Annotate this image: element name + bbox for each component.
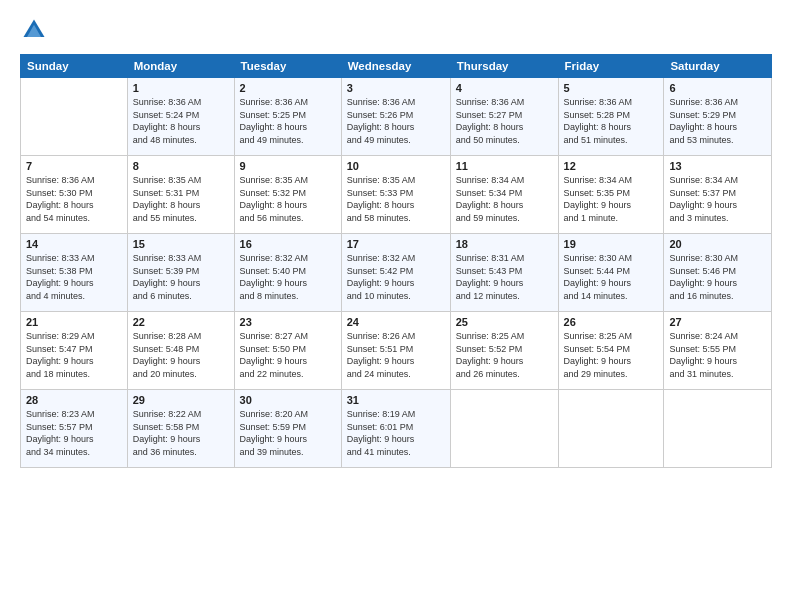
day-number: 19 — [564, 238, 659, 250]
day-cell: 14Sunrise: 8:33 AM Sunset: 5:38 PM Dayli… — [21, 234, 128, 312]
day-info: Sunrise: 8:35 AM Sunset: 5:33 PM Dayligh… — [347, 174, 445, 224]
week-row-2: 14Sunrise: 8:33 AM Sunset: 5:38 PM Dayli… — [21, 234, 772, 312]
day-info: Sunrise: 8:29 AM Sunset: 5:47 PM Dayligh… — [26, 330, 122, 380]
day-cell: 11Sunrise: 8:34 AM Sunset: 5:34 PM Dayli… — [450, 156, 558, 234]
day-cell: 12Sunrise: 8:34 AM Sunset: 5:35 PM Dayli… — [558, 156, 664, 234]
day-info: Sunrise: 8:22 AM Sunset: 5:58 PM Dayligh… — [133, 408, 229, 458]
day-info: Sunrise: 8:34 AM Sunset: 5:35 PM Dayligh… — [564, 174, 659, 224]
day-cell: 6Sunrise: 8:36 AM Sunset: 5:29 PM Daylig… — [664, 78, 772, 156]
week-row-4: 28Sunrise: 8:23 AM Sunset: 5:57 PM Dayli… — [21, 390, 772, 468]
day-info: Sunrise: 8:35 AM Sunset: 5:31 PM Dayligh… — [133, 174, 229, 224]
day-cell: 5Sunrise: 8:36 AM Sunset: 5:28 PM Daylig… — [558, 78, 664, 156]
day-info: Sunrise: 8:33 AM Sunset: 5:39 PM Dayligh… — [133, 252, 229, 302]
day-cell: 24Sunrise: 8:26 AM Sunset: 5:51 PM Dayli… — [341, 312, 450, 390]
day-info: Sunrise: 8:25 AM Sunset: 5:52 PM Dayligh… — [456, 330, 553, 380]
day-cell — [664, 390, 772, 468]
day-cell: 21Sunrise: 8:29 AM Sunset: 5:47 PM Dayli… — [21, 312, 128, 390]
day-cell: 19Sunrise: 8:30 AM Sunset: 5:44 PM Dayli… — [558, 234, 664, 312]
day-info: Sunrise: 8:19 AM Sunset: 6:01 PM Dayligh… — [347, 408, 445, 458]
day-info: Sunrise: 8:36 AM Sunset: 5:27 PM Dayligh… — [456, 96, 553, 146]
day-info: Sunrise: 8:31 AM Sunset: 5:43 PM Dayligh… — [456, 252, 553, 302]
day-cell: 2Sunrise: 8:36 AM Sunset: 5:25 PM Daylig… — [234, 78, 341, 156]
col-thursday: Thursday — [450, 55, 558, 78]
logo-icon — [20, 16, 48, 44]
day-number: 17 — [347, 238, 445, 250]
day-cell: 9Sunrise: 8:35 AM Sunset: 5:32 PM Daylig… — [234, 156, 341, 234]
col-tuesday: Tuesday — [234, 55, 341, 78]
day-number: 18 — [456, 238, 553, 250]
day-info: Sunrise: 8:36 AM Sunset: 5:30 PM Dayligh… — [26, 174, 122, 224]
day-number: 2 — [240, 82, 336, 94]
day-info: Sunrise: 8:36 AM Sunset: 5:26 PM Dayligh… — [347, 96, 445, 146]
day-cell — [450, 390, 558, 468]
day-number: 14 — [26, 238, 122, 250]
day-cell — [558, 390, 664, 468]
week-row-3: 21Sunrise: 8:29 AM Sunset: 5:47 PM Dayli… — [21, 312, 772, 390]
day-cell: 30Sunrise: 8:20 AM Sunset: 5:59 PM Dayli… — [234, 390, 341, 468]
day-number: 27 — [669, 316, 766, 328]
day-cell: 26Sunrise: 8:25 AM Sunset: 5:54 PM Dayli… — [558, 312, 664, 390]
day-number: 21 — [26, 316, 122, 328]
day-info: Sunrise: 8:30 AM Sunset: 5:46 PM Dayligh… — [669, 252, 766, 302]
day-cell: 3Sunrise: 8:36 AM Sunset: 5:26 PM Daylig… — [341, 78, 450, 156]
header — [20, 16, 772, 44]
day-number: 26 — [564, 316, 659, 328]
day-cell: 23Sunrise: 8:27 AM Sunset: 5:50 PM Dayli… — [234, 312, 341, 390]
day-cell: 18Sunrise: 8:31 AM Sunset: 5:43 PM Dayli… — [450, 234, 558, 312]
day-number: 8 — [133, 160, 229, 172]
day-number: 15 — [133, 238, 229, 250]
day-cell: 17Sunrise: 8:32 AM Sunset: 5:42 PM Dayli… — [341, 234, 450, 312]
day-info: Sunrise: 8:34 AM Sunset: 5:37 PM Dayligh… — [669, 174, 766, 224]
day-number: 7 — [26, 160, 122, 172]
day-number: 1 — [133, 82, 229, 94]
calendar-table: Sunday Monday Tuesday Wednesday Thursday… — [20, 54, 772, 468]
day-number: 3 — [347, 82, 445, 94]
day-number: 4 — [456, 82, 553, 94]
day-number: 6 — [669, 82, 766, 94]
day-number: 5 — [564, 82, 659, 94]
col-wednesday: Wednesday — [341, 55, 450, 78]
day-number: 25 — [456, 316, 553, 328]
day-info: Sunrise: 8:25 AM Sunset: 5:54 PM Dayligh… — [564, 330, 659, 380]
day-cell: 27Sunrise: 8:24 AM Sunset: 5:55 PM Dayli… — [664, 312, 772, 390]
day-number: 22 — [133, 316, 229, 328]
day-cell: 1Sunrise: 8:36 AM Sunset: 5:24 PM Daylig… — [127, 78, 234, 156]
day-info: Sunrise: 8:23 AM Sunset: 5:57 PM Dayligh… — [26, 408, 122, 458]
day-info: Sunrise: 8:30 AM Sunset: 5:44 PM Dayligh… — [564, 252, 659, 302]
logo — [20, 16, 52, 44]
day-cell: 16Sunrise: 8:32 AM Sunset: 5:40 PM Dayli… — [234, 234, 341, 312]
day-info: Sunrise: 8:24 AM Sunset: 5:55 PM Dayligh… — [669, 330, 766, 380]
page: Sunday Monday Tuesday Wednesday Thursday… — [0, 0, 792, 612]
day-info: Sunrise: 8:36 AM Sunset: 5:28 PM Dayligh… — [564, 96, 659, 146]
day-cell: 4Sunrise: 8:36 AM Sunset: 5:27 PM Daylig… — [450, 78, 558, 156]
day-number: 30 — [240, 394, 336, 406]
header-row: Sunday Monday Tuesday Wednesday Thursday… — [21, 55, 772, 78]
day-cell — [21, 78, 128, 156]
day-info: Sunrise: 8:36 AM Sunset: 5:25 PM Dayligh… — [240, 96, 336, 146]
day-info: Sunrise: 8:36 AM Sunset: 5:29 PM Dayligh… — [669, 96, 766, 146]
day-number: 31 — [347, 394, 445, 406]
col-friday: Friday — [558, 55, 664, 78]
day-info: Sunrise: 8:34 AM Sunset: 5:34 PM Dayligh… — [456, 174, 553, 224]
day-cell: 13Sunrise: 8:34 AM Sunset: 5:37 PM Dayli… — [664, 156, 772, 234]
day-info: Sunrise: 8:32 AM Sunset: 5:40 PM Dayligh… — [240, 252, 336, 302]
day-cell: 25Sunrise: 8:25 AM Sunset: 5:52 PM Dayli… — [450, 312, 558, 390]
day-number: 12 — [564, 160, 659, 172]
week-row-0: 1Sunrise: 8:36 AM Sunset: 5:24 PM Daylig… — [21, 78, 772, 156]
day-info: Sunrise: 8:32 AM Sunset: 5:42 PM Dayligh… — [347, 252, 445, 302]
day-number: 20 — [669, 238, 766, 250]
day-info: Sunrise: 8:36 AM Sunset: 5:24 PM Dayligh… — [133, 96, 229, 146]
day-number: 28 — [26, 394, 122, 406]
week-row-1: 7Sunrise: 8:36 AM Sunset: 5:30 PM Daylig… — [21, 156, 772, 234]
day-cell: 28Sunrise: 8:23 AM Sunset: 5:57 PM Dayli… — [21, 390, 128, 468]
day-info: Sunrise: 8:35 AM Sunset: 5:32 PM Dayligh… — [240, 174, 336, 224]
day-number: 29 — [133, 394, 229, 406]
day-cell: 8Sunrise: 8:35 AM Sunset: 5:31 PM Daylig… — [127, 156, 234, 234]
day-cell: 15Sunrise: 8:33 AM Sunset: 5:39 PM Dayli… — [127, 234, 234, 312]
day-number: 9 — [240, 160, 336, 172]
day-cell: 29Sunrise: 8:22 AM Sunset: 5:58 PM Dayli… — [127, 390, 234, 468]
day-cell: 22Sunrise: 8:28 AM Sunset: 5:48 PM Dayli… — [127, 312, 234, 390]
day-cell: 31Sunrise: 8:19 AM Sunset: 6:01 PM Dayli… — [341, 390, 450, 468]
col-sunday: Sunday — [21, 55, 128, 78]
day-number: 11 — [456, 160, 553, 172]
